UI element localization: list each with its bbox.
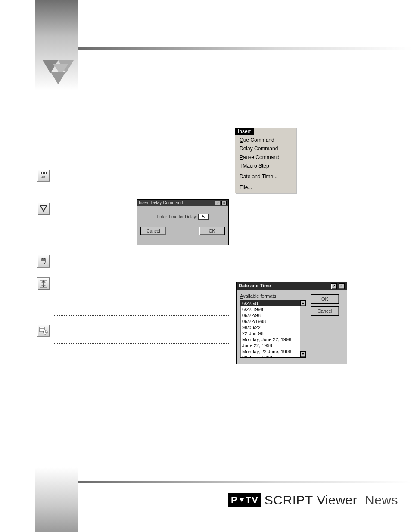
product-footer: P TV SCRIPT Viewer News: [228, 493, 398, 507]
format-option[interactable]: 22 June, 1998: [240, 355, 306, 358]
menu-item-date-time[interactable]: Date and Time...: [235, 172, 296, 181]
insert-menu-title[interactable]: Insert: [235, 128, 254, 135]
badge-tv: TV: [246, 495, 258, 506]
help-icon[interactable]: ?: [215, 201, 220, 205]
svg-marker-6: [40, 206, 47, 211]
close-icon[interactable]: ×: [339, 283, 345, 289]
listbox-scrollbar[interactable]: ▲ ▼: [300, 300, 306, 357]
left-bottom-gradient: [35, 467, 78, 532]
date-time-icon[interactable]: [37, 324, 50, 337]
badge-p: P: [231, 495, 238, 506]
dt-cancel-button[interactable]: Cancel: [311, 306, 339, 316]
delay-cancel-button[interactable]: Cancel: [140, 227, 166, 235]
dt-ok-button[interactable]: OK: [311, 294, 339, 304]
format-option[interactable]: 22-Jun-98: [240, 330, 306, 336]
delay-dialog-winicons: ? ×: [215, 200, 227, 205]
scroll-up-icon[interactable]: ▲: [300, 300, 306, 306]
footer-rule: [78, 481, 411, 483]
menu-separator: [236, 171, 295, 171]
dt-dialog-winicons: ? ×: [330, 283, 345, 289]
tmacro-step-icon[interactable]: [37, 277, 50, 290]
svg-rect-2: [42, 172, 43, 174]
close-icon[interactable]: ×: [221, 201, 227, 205]
svg-text:#7: #7: [42, 175, 46, 179]
format-option[interactable]: Monday, June 22, 1998: [240, 336, 306, 342]
format-option[interactable]: 06/22/98: [240, 312, 306, 318]
format-option[interactable]: Monday, 22 June, 1998: [240, 348, 306, 355]
menu-item-tmacro-step[interactable]: TMacro Step: [235, 162, 296, 170]
available-formats-label: Available formats:: [240, 293, 306, 299]
product-news: News: [365, 493, 398, 507]
triangle-logo-icon: [41, 60, 75, 90]
ptv-badge-icon: P TV: [228, 493, 261, 507]
badge-triangle-icon: [240, 498, 244, 502]
menu-item-delay-command[interactable]: Delay Command: [235, 144, 296, 153]
menu-separator: [236, 182, 295, 182]
menu-item-pause-command[interactable]: Pause Command: [235, 153, 296, 162]
delay-value-input[interactable]: [198, 214, 209, 220]
delay-command-icon[interactable]: [37, 202, 50, 215]
scroll-down-icon[interactable]: ▼: [300, 351, 306, 357]
menu-item-file[interactable]: File...: [235, 183, 296, 192]
svg-rect-1: [40, 172, 41, 174]
delay-prompt-label: Enter Time for Delay:: [157, 215, 197, 219]
format-option[interactable]: 06/22/1998: [240, 318, 306, 324]
delay-dialog-title: Insert Delay Command: [139, 200, 183, 205]
header-rule: [78, 47, 411, 50]
cue-command-icon[interactable]: #7: [37, 169, 50, 182]
menu-item-cue-command[interactable]: Cue Command: [235, 136, 296, 144]
insert-menu: Insert Cue Command Delay Command Pause C…: [235, 128, 296, 193]
date-time-dialog: Date and Time ? × Available formats: ▲ ▼…: [236, 282, 347, 364]
pause-command-icon[interactable]: [37, 255, 50, 268]
format-option[interactable]: 6/22/98: [240, 300, 306, 306]
insert-delay-dialog: Insert Delay Command ? × Enter Time for …: [137, 199, 229, 245]
product-name: SCRIPT Viewer News: [265, 493, 398, 507]
product-viewer: Viewer: [317, 493, 357, 507]
format-option[interactable]: June 22, 1998: [240, 342, 306, 348]
help-icon[interactable]: ?: [331, 283, 337, 289]
formats-listbox[interactable]: ▲ ▼ 6/22/986/22/199806/22/9806/22/199898…: [240, 300, 306, 358]
svg-rect-3: [44, 172, 44, 174]
dotted-separator-top: [54, 315, 229, 316]
format-option[interactable]: 98/06/22: [240, 324, 306, 330]
product-script: SCRIPT: [265, 493, 313, 507]
format-option[interactable]: 6/22/1998: [240, 306, 306, 312]
dotted-separator-bottom: [54, 343, 229, 344]
svg-rect-4: [45, 172, 46, 174]
dt-dialog-title: Date and Time: [239, 283, 271, 289]
delay-ok-button[interactable]: OK: [199, 227, 225, 235]
